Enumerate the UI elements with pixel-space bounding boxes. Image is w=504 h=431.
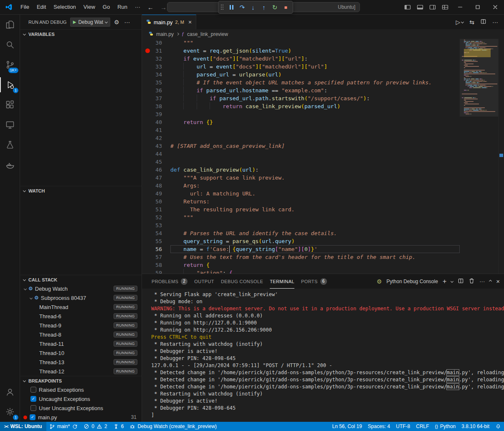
activity-remote-explorer[interactable] [0, 115, 20, 135]
problems-indicator[interactable]: 0 2 [81, 422, 110, 431]
maximize-panel-icon[interactable] [489, 280, 492, 283]
activity-docker[interactable] [0, 155, 20, 175]
line-number[interactable]: 39 [142, 110, 170, 118]
call-stack-thread-10[interactable]: Thread-10RUNNING [20, 348, 142, 357]
menu--[interactable]: ··· [131, 0, 144, 14]
tab-main-py[interactable]: main.py 2, M × [142, 15, 196, 29]
maximize-button[interactable] [469, 0, 486, 14]
debug-config-dropdown[interactable]: ▶ Debug Wat [70, 18, 110, 27]
activity-source-control[interactable]: 1K+ [0, 55, 20, 75]
code-line[interactable]: 39 [142, 110, 460, 118]
checkbox[interactable] [30, 414, 35, 420]
line-number[interactable]: 53 [142, 221, 170, 229]
call-stack-thread-13[interactable]: Thread-13RUNNING [20, 357, 142, 367]
run-python-file-button[interactable]: ▷ [456, 19, 463, 25]
terminal-output[interactable]: * Serving Flask app 'create_link_preview… [142, 289, 504, 422]
code-line[interactable]: 59"action": { [142, 269, 460, 274]
new-terminal-button[interactable]: + [443, 278, 446, 285]
line-number[interactable]: 35 [142, 79, 170, 86]
overview-ruler[interactable] [498, 39, 504, 274]
debug-settings-gear-icon[interactable]: ⚙ [113, 19, 121, 25]
editor-more-actions-icon[interactable]: ··· [492, 19, 498, 25]
stop-button[interactable]: ■ [281, 3, 290, 13]
checkbox[interactable] [30, 405, 36, 411]
breakpoint-main-py[interactable]: main.py31 [20, 413, 142, 422]
code-line[interactable]: 45 [142, 158, 460, 166]
line-number[interactable]: 32 [142, 55, 170, 63]
code-line[interactable]: 47"""A support case link preview. [142, 174, 460, 182]
line-number[interactable]: 49 [142, 190, 170, 198]
line-number[interactable]: 34 [142, 71, 170, 79]
call-stack-thread-9[interactable]: Thread-9RUNNING [20, 321, 142, 330]
code-editor[interactable]: 30"""31event = req.get_json(silent=True)… [142, 39, 504, 274]
line-number[interactable]: 44 [142, 150, 170, 158]
close-tab-icon[interactable]: × [188, 19, 192, 25]
line-number[interactable]: 31 [142, 47, 170, 55]
code-line[interactable]: 51The resulting preview link card. [142, 205, 460, 213]
open-changes-icon[interactable]: ⇆ [469, 19, 474, 25]
line-number[interactable]: 57 [142, 253, 170, 261]
call-stack-debug-watch[interactable]: ⚙Debug WatchRUNNING [20, 284, 142, 293]
split-editor-icon[interactable] [480, 18, 486, 26]
menu-view[interactable]: View [80, 0, 99, 14]
call-stack-thread-8[interactable]: Thread-8RUNNING [20, 330, 142, 339]
checkbox[interactable] [30, 396, 36, 402]
code-line[interactable]: 56name = f'Case: {query_string["name"][0… [142, 245, 460, 253]
eol-indicator[interactable]: CRLF [413, 422, 432, 431]
toggle-secondary-sidebar-icon[interactable] [426, 4, 439, 10]
activity-accounts[interactable] [0, 382, 20, 402]
line-number[interactable]: 54 [142, 229, 170, 237]
breakpoint-raised-exceptions[interactable]: Raised Exceptions [20, 385, 142, 394]
activity-settings[interactable]: 1 [0, 402, 20, 422]
code-line[interactable]: 31event = req.get_json(silent=True) [142, 47, 460, 55]
line-number[interactable]: 48 [142, 182, 170, 190]
code-line[interactable]: 32if event["docs"]["matchedUrl"]["url"]: [142, 55, 460, 63]
line-number[interactable]: 42 [142, 134, 170, 142]
code-line[interactable]: 43# [START add_ons_case_preview_link] [142, 142, 460, 150]
line-number[interactable]: 37 [142, 94, 170, 102]
panel-tab-ports[interactable]: PORTS6 [301, 274, 327, 289]
close-panel-icon[interactable]: × [496, 278, 500, 285]
call-stack-thread-12[interactable]: Thread-12RUNNING [20, 367, 142, 376]
debug-status[interactable]: Debug Watch (create_link_preview) [127, 422, 220, 431]
code-line[interactable]: 33url = event["docs"]["matchedUrl"]["url… [142, 63, 460, 71]
line-number[interactable]: 38 [142, 102, 170, 110]
code-area[interactable]: 30"""31event = req.get_json(silent=True)… [142, 39, 460, 274]
activity-search[interactable] [0, 35, 20, 55]
breakpoint-user-uncaught-exceptions[interactable]: User Uncaught Exceptions [20, 403, 142, 413]
restart-button[interactable]: ↻ [270, 3, 279, 13]
code-line[interactable]: 57# Uses the text from the card's header… [142, 253, 460, 261]
breakpoint-dot[interactable] [145, 48, 150, 53]
call-stack-thread-6[interactable]: Thread-6RUNNING [20, 312, 142, 321]
line-number[interactable]: 30 [142, 39, 170, 47]
code-line[interactable]: 50Returns: [142, 198, 460, 205]
back-button[interactable]: ← [144, 4, 157, 11]
line-number[interactable]: 59 [142, 269, 170, 274]
minimize-button[interactable] [451, 0, 469, 14]
ports-indicator[interactable]: 6 [110, 422, 127, 431]
line-number[interactable]: 41 [142, 126, 170, 134]
customize-layout-icon[interactable] [439, 4, 451, 10]
line-number[interactable]: 43 [142, 142, 170, 150]
new-terminal-dropdown-icon[interactable] [451, 280, 453, 283]
language-indicator[interactable]: {} Python [432, 422, 459, 431]
line-number[interactable]: 40 [142, 118, 170, 126]
code-line[interactable]: 53 [142, 221, 460, 229]
code-line[interactable]: 58return { [142, 261, 460, 269]
code-line[interactable]: 42 [142, 134, 460, 142]
line-number[interactable]: 51 [142, 205, 170, 213]
code-line[interactable]: 46def case_link_preview(url): [142, 166, 460, 174]
code-line[interactable]: 36if parsed_url.hostname == "example.com… [142, 86, 460, 94]
code-line[interactable]: 38return case_link_preview(parsed_url) [142, 102, 460, 110]
activity-run-and-debug[interactable]: 1 [0, 75, 20, 95]
toggle-sidebar-icon[interactable] [401, 4, 414, 10]
terminal-profile-label[interactable]: Python Debug Console [386, 279, 438, 284]
line-number[interactable]: 47 [142, 174, 170, 182]
split-terminal-icon[interactable] [458, 278, 464, 285]
code-line[interactable]: 55query_string = parse_qs(url.query) [142, 237, 460, 245]
line-number[interactable]: 56 [142, 245, 170, 253]
menu-run[interactable]: Run [114, 0, 131, 14]
remote-indicator[interactable]: >< WSL: Ubuntu [0, 422, 46, 431]
line-number[interactable]: 52 [142, 213, 170, 221]
menu-selection[interactable]: Selection [50, 0, 79, 14]
